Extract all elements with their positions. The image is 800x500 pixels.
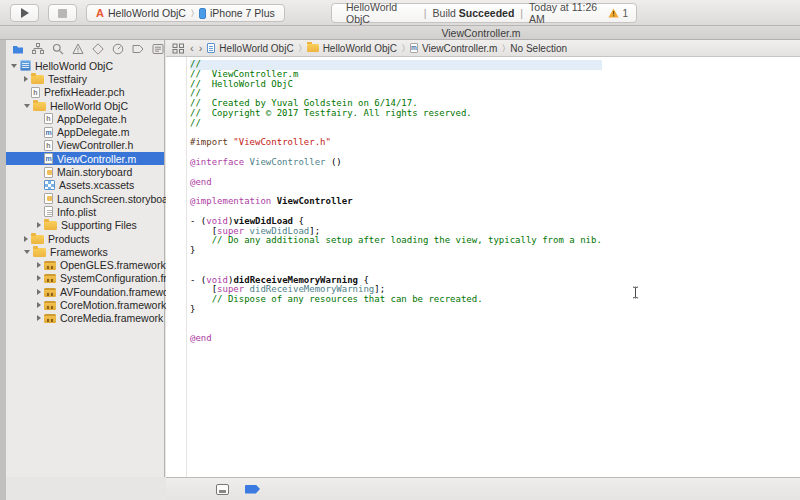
tree-item-main-storyboard[interactable]: Main.storyboard bbox=[6, 165, 164, 178]
folder-icon bbox=[33, 102, 46, 111]
disclosure-right-icon[interactable] bbox=[24, 236, 28, 242]
stop-button[interactable] bbox=[48, 4, 77, 22]
tree-item-launchscreen-storyboard[interactable]: LaunchScreen.storyboard bbox=[6, 192, 164, 205]
tree-item-assets-xcassets[interactable]: Assets.xcassets bbox=[6, 179, 164, 192]
test-navigator-icon[interactable] bbox=[92, 43, 105, 55]
file-h-icon: h bbox=[31, 87, 40, 98]
back-button[interactable]: ‹ bbox=[190, 43, 194, 53]
code-line[interactable]: #import "ViewController.h" bbox=[190, 138, 602, 148]
navigator-icon-bar bbox=[6, 40, 164, 57]
code-line[interactable]: @end bbox=[190, 178, 602, 188]
source-control-navigator-icon[interactable] bbox=[32, 43, 45, 55]
folder-icon bbox=[307, 44, 319, 52]
crumb-separator: 〉 bbox=[402, 43, 405, 54]
text-cursor-icon bbox=[632, 286, 639, 299]
breakpoints-toggle-button[interactable] bbox=[245, 485, 260, 494]
project-navigator-icon[interactable] bbox=[12, 43, 25, 55]
tree-item-label: HelloWorld ObjC bbox=[35, 60, 113, 72]
code-line[interactable]: @end bbox=[190, 334, 602, 344]
navigator-sidebar: HelloWorld ObjCTestfairyhPrefixHeader.pc… bbox=[6, 40, 165, 477]
tab-viewcontroller[interactable]: ViewController.m bbox=[441, 27, 520, 39]
disclosure-down-icon[interactable] bbox=[24, 250, 30, 254]
code-line[interactable]: // Dispose of any resources that can be … bbox=[190, 295, 602, 305]
tab-bar: ViewController.m bbox=[0, 26, 800, 40]
jump-bar-crumb-3[interactable]: No Selection bbox=[510, 43, 567, 54]
code-line[interactable] bbox=[190, 168, 602, 178]
chevron-right-icon: 〉 bbox=[190, 8, 195, 19]
tree-item-products[interactable]: Products bbox=[6, 232, 164, 245]
tree-item-info-plist[interactable]: Info.plist bbox=[6, 205, 164, 218]
tree-item-label: Testfairy bbox=[48, 73, 87, 85]
code-line[interactable] bbox=[190, 325, 602, 335]
tree-item-frameworks[interactable]: Frameworks bbox=[6, 245, 164, 258]
disclosure-down-icon[interactable] bbox=[24, 104, 30, 108]
warning-badge[interactable]: 1 bbox=[608, 8, 628, 19]
disclosure-right-icon[interactable] bbox=[37, 315, 41, 321]
run-button[interactable] bbox=[10, 4, 39, 22]
tree-item-helloworld-objc[interactable]: HelloWorld ObjC bbox=[6, 99, 164, 112]
debug-navigator-icon[interactable] bbox=[111, 43, 124, 55]
code-line[interactable] bbox=[190, 315, 602, 325]
disclosure-right-icon[interactable] bbox=[24, 76, 28, 82]
status-build-state: Succeeded bbox=[459, 7, 514, 19]
status-time: Today at 11:26 AM bbox=[529, 1, 608, 25]
tree-item-label: LaunchScreen.storyboard bbox=[57, 193, 177, 205]
disclosure-right-icon[interactable] bbox=[37, 289, 41, 295]
tree-item-avfoundation-framework[interactable]: AVFoundation.framework bbox=[6, 285, 164, 298]
report-navigator-icon[interactable] bbox=[151, 43, 164, 55]
destination-name[interactable]: iPhone 7 Plus bbox=[210, 7, 275, 19]
toolbar: A HelloWorld ObjC 〉 iPhone 7 Plus HelloW… bbox=[0, 0, 800, 26]
code-line[interactable]: @interface ViewController () bbox=[190, 158, 602, 168]
tree-item-label: Frameworks bbox=[50, 246, 108, 258]
tree-item-prefixheader-pch[interactable]: hPrefixHeader.pch bbox=[6, 86, 164, 99]
tree-item-viewcontroller-h[interactable]: hViewController.h bbox=[6, 139, 164, 152]
jump-bar-crumb-1[interactable]: HelloWorld ObjC bbox=[307, 43, 397, 54]
tree-item-appdelegate-m[interactable]: mAppDelegate.m bbox=[6, 125, 164, 138]
tree-item-viewcontroller-m[interactable]: mViewController.m bbox=[6, 152, 164, 165]
jump-bar-crumb-0[interactable]: HelloWorld ObjC bbox=[207, 43, 293, 54]
stop-icon bbox=[58, 9, 67, 18]
tree-item-label: Products bbox=[48, 233, 89, 245]
tree-item-opengles-framework[interactable]: OpenGLES.framework bbox=[6, 258, 164, 271]
play-icon bbox=[21, 8, 29, 18]
folder-icon bbox=[31, 235, 44, 244]
code-line[interactable] bbox=[190, 256, 602, 266]
tree-item-coremotion-framework[interactable]: CoreMotion.framework bbox=[6, 298, 164, 311]
code-line[interactable]: } bbox=[190, 246, 602, 256]
crumb-label: ViewController.m bbox=[422, 43, 497, 54]
disclosure-down-icon[interactable] bbox=[11, 64, 17, 68]
code-line[interactable]: // bbox=[190, 119, 602, 129]
forward-button[interactable]: › bbox=[199, 43, 203, 53]
code-content[interactable]: //// ViewController.m// HelloWorld ObjC/… bbox=[190, 60, 602, 344]
scheme-selector[interactable]: A HelloWorld ObjC 〉 iPhone 7 Plus bbox=[86, 4, 285, 22]
scheme-name[interactable]: HelloWorld ObjC bbox=[108, 7, 186, 19]
tree-item-label: CoreMotion.framework bbox=[60, 299, 166, 311]
tree-item-testfairy[interactable]: Testfairy bbox=[6, 72, 164, 85]
disclosure-right-icon[interactable] bbox=[37, 262, 41, 268]
disclosure-right-icon[interactable] bbox=[37, 302, 41, 308]
breakpoint-navigator-icon[interactable] bbox=[131, 43, 144, 55]
code-line[interactable]: // Copyright © 2017 Testfairy. All right… bbox=[190, 109, 602, 119]
framework-icon bbox=[44, 274, 56, 283]
disclosure-right-icon[interactable] bbox=[37, 222, 41, 228]
source-editor[interactable]: //// ViewController.m// HelloWorld ObjC/… bbox=[166, 57, 800, 477]
find-navigator-icon[interactable] bbox=[52, 43, 65, 55]
related-items-icon[interactable] bbox=[172, 43, 185, 54]
code-line[interactable]: } bbox=[190, 305, 602, 315]
issue-navigator-icon[interactable] bbox=[72, 43, 85, 55]
file-m-icon: m bbox=[44, 153, 53, 164]
disclosure-right-icon[interactable] bbox=[37, 275, 41, 281]
code-line[interactable]: // HelloWorld ObjC bbox=[190, 80, 602, 90]
tree-item-supporting-files[interactable]: Supporting Files bbox=[6, 219, 164, 232]
tree-item-appdelegate-h[interactable]: hAppDelegate.h bbox=[6, 112, 164, 125]
code-line[interactable]: @implementation ViewController bbox=[190, 197, 602, 207]
jump-bar-crumb-2[interactable]: mViewController.m bbox=[410, 43, 497, 54]
framework-icon bbox=[44, 261, 56, 270]
tree-item-coremedia-framework[interactable]: CoreMedia.framework bbox=[6, 312, 164, 325]
toggle-debug-area-button[interactable] bbox=[216, 484, 229, 495]
warning-icon bbox=[608, 8, 619, 18]
tree-item-label: AVFoundation.framework bbox=[60, 286, 178, 298]
tree-item-helloworld-objc[interactable]: HelloWorld ObjC bbox=[6, 59, 164, 72]
tree-item-systemconfiguration-framework[interactable]: SystemConfiguration.framework bbox=[6, 272, 164, 285]
code-line[interactable]: // Do any additional setup after loading… bbox=[190, 236, 602, 246]
